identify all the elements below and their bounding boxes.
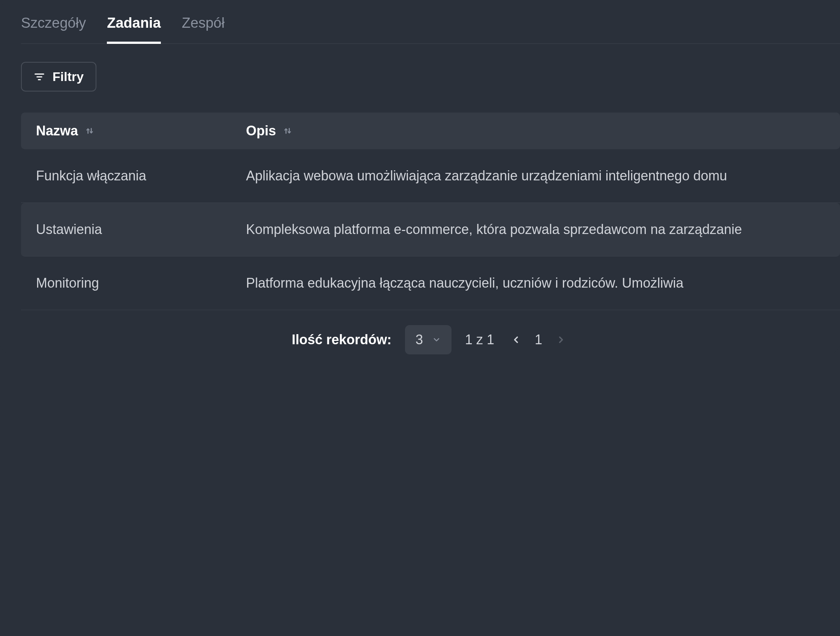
- chevron-down-icon: [432, 332, 441, 348]
- cell-name: Funkcja włączania: [36, 168, 246, 184]
- tasks-table: Nazwa Opis: [21, 112, 840, 310]
- table-header: Nazwa Opis: [21, 112, 840, 149]
- tabs: Szczegóły Zadania Zespół: [21, 15, 840, 44]
- cell-desc: Aplikacja webowa umożliwiająca zarządzan…: [246, 168, 825, 184]
- tab-team[interactable]: Zespół: [182, 15, 225, 44]
- column-header-desc-label: Opis: [246, 123, 276, 139]
- records-label: Ilość rekordów:: [292, 332, 392, 348]
- column-header-name-label: Nazwa: [36, 123, 78, 139]
- cell-name: Ustawienia: [36, 222, 246, 237]
- column-header-desc[interactable]: Opis: [246, 123, 825, 139]
- column-header-name[interactable]: Nazwa: [36, 123, 246, 139]
- current-page: 1: [535, 332, 542, 348]
- cell-name: Monitoring: [36, 275, 246, 291]
- page-size-select[interactable]: 3: [405, 325, 452, 354]
- filters-label: Filtry: [52, 69, 84, 84]
- chevron-left-icon: [511, 335, 521, 345]
- table-row[interactable]: Monitoring Platforma edukacyjna łącząca …: [21, 257, 840, 310]
- sort-icon: [283, 126, 292, 136]
- page-info: 1 z 1: [465, 332, 494, 348]
- next-page-button[interactable]: [553, 331, 569, 348]
- cell-desc: Kompleksowa platforma e-commerce, która …: [246, 222, 825, 237]
- filters-button[interactable]: Filtry: [21, 62, 96, 92]
- prev-page-button[interactable]: [508, 331, 524, 348]
- sort-icon: [85, 126, 95, 136]
- table-row[interactable]: Funkcja włączania Aplikacja webowa umożl…: [21, 149, 840, 203]
- table-row[interactable]: Ustawienia Kompleksowa platforma e-comme…: [21, 203, 840, 257]
- cell-desc: Platforma edukacyjna łącząca nauczycieli…: [246, 275, 825, 291]
- tab-tasks[interactable]: Zadania: [107, 15, 161, 44]
- pagination: Ilość rekordów: 3 1 z 1 1: [21, 325, 840, 354]
- chevron-right-icon: [556, 335, 566, 345]
- filter-icon: [34, 71, 45, 82]
- page-size-value: 3: [415, 332, 423, 348]
- tab-details[interactable]: Szczegóły: [21, 15, 86, 44]
